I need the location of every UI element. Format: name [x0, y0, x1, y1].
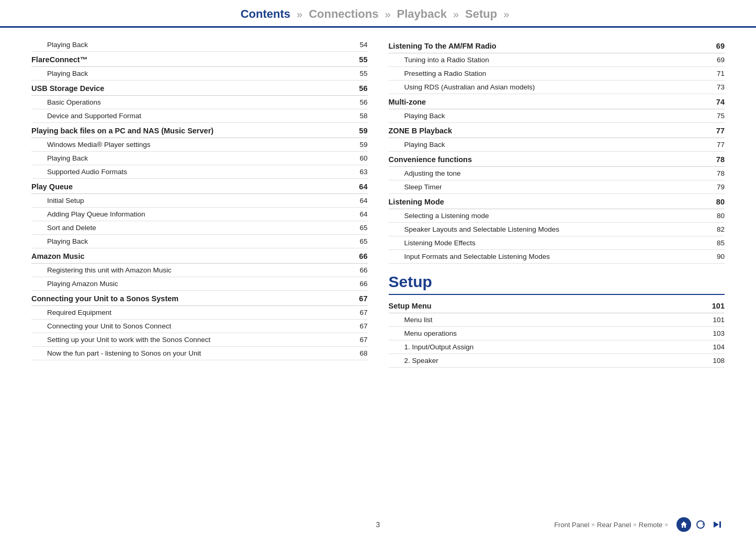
list-item[interactable]: Setting up your Unit to work with the So… — [31, 333, 368, 347]
list-item[interactable]: Device and Supported Format 58 — [31, 109, 368, 123]
list-item[interactable]: Required Equipment 67 — [31, 306, 368, 320]
nav-sep-1: » — [297, 8, 302, 20]
list-item[interactable]: Playing Amazon Music 66 — [31, 277, 368, 291]
list-item[interactable]: Speaker Layouts and Selectable Listening… — [389, 223, 725, 236]
list-item[interactable]: Playing Back 60 — [31, 152, 368, 165]
home-icon[interactable] — [676, 517, 691, 532]
list-item[interactable]: Playing Back 75 — [389, 109, 725, 123]
svg-rect-1 — [719, 521, 721, 528]
list-item[interactable]: Basic Operations 56 — [31, 96, 368, 109]
main-content: Playing Back 54 FlareConnect™ 55 Playing… — [0, 28, 756, 378]
list-item[interactable]: Supported Audio Formats 63 — [31, 165, 368, 179]
nav-sep-2: » — [385, 8, 390, 20]
list-item[interactable]: Play Queue 64 — [31, 179, 368, 194]
list-item[interactable]: Initial Setup 64 — [31, 194, 368, 208]
list-item[interactable]: Tuning into a Radio Station 69 — [389, 53, 725, 67]
list-item[interactable]: Playing Back 65 — [31, 235, 368, 248]
footer-nav-front-panel[interactable]: Front Panel — [554, 521, 589, 529]
refresh-icon[interactable] — [693, 517, 708, 532]
list-item[interactable]: ZONE B Playback 77 — [389, 123, 725, 138]
nav-setup[interactable]: Setup — [465, 7, 497, 21]
list-item[interactable]: FlareConnect™ 55 — [31, 52, 368, 67]
left-column: Playing Back 54 FlareConnect™ 55 Playing… — [31, 38, 368, 368]
nav-connections[interactable]: Connections — [309, 7, 378, 21]
list-item[interactable]: Connecting your Unit to a Sonos System 6… — [31, 291, 368, 306]
list-item[interactable]: Playing Back 77 — [389, 138, 725, 152]
list-item[interactable]: Adjusting the tone 78 — [389, 167, 725, 180]
nav-contents[interactable]: Contents — [241, 7, 290, 21]
list-item[interactable]: Playing Back 55 — [31, 67, 368, 81]
list-item[interactable]: Presetting a Radio Station 71 — [389, 67, 725, 81]
list-item[interactable]: Setup Menu 101 — [389, 298, 725, 313]
list-item[interactable]: Adding Play Queue Information 64 — [31, 208, 368, 221]
footer-icons — [676, 517, 725, 532]
right-column: Listening To the AM/FM Radio 69 Tuning i… — [389, 38, 725, 368]
list-item[interactable]: Sort and Delete 65 — [31, 221, 368, 235]
list-item[interactable]: Listening To the AM/FM Radio 69 — [389, 38, 725, 53]
setup-divider — [389, 294, 725, 295]
footer-nav-sep-2: » — [633, 521, 637, 528]
list-item[interactable]: 2. Speaker 108 — [389, 354, 725, 368]
top-navigation: Contents » Connections » Playback » Setu… — [0, 0, 756, 28]
list-item[interactable]: Convenience functions 78 — [389, 152, 725, 167]
list-item[interactable]: Listening Mode Effects 85 — [389, 236, 725, 250]
list-item[interactable]: Menu operations 103 — [389, 327, 725, 340]
footer-nav-remote[interactable]: Remote — [639, 521, 663, 529]
list-item[interactable]: Menu list 101 — [389, 313, 725, 327]
list-item[interactable]: Registering this unit with Amazon Music … — [31, 264, 368, 277]
nav-sep-3: » — [453, 8, 459, 20]
list-item[interactable]: 1. Input/Output Assign 104 — [389, 340, 725, 354]
page-number: 3 — [376, 520, 380, 529]
list-item[interactable]: Windows Media® Player settings 59 — [31, 138, 368, 152]
list-item[interactable]: Connecting your Unit to Sonos Connect 67 — [31, 320, 368, 333]
nav-playback[interactable]: Playback — [397, 7, 447, 21]
forward-icon[interactable] — [710, 517, 725, 532]
list-item[interactable]: Playing back files on a PC and NAS (Musi… — [31, 123, 368, 138]
footer-nav-sep-1: » — [591, 521, 595, 528]
list-item[interactable]: USB Storage Device 56 — [31, 81, 368, 96]
list-item[interactable]: Multi-zone 74 — [389, 94, 725, 109]
list-item[interactable]: Sleep Timer 79 — [389, 180, 725, 194]
list-item[interactable]: Selecting a Listening mode 80 — [389, 209, 725, 223]
list-item[interactable]: Input Formats and Selectable Listening M… — [389, 250, 725, 264]
footer-navigation: Front Panel » Rear Panel » Remote » — [554, 517, 725, 532]
footer-nav-rear-panel[interactable]: Rear Panel — [597, 521, 631, 529]
list-item[interactable]: Now the fun part - listening to Sonos on… — [31, 347, 368, 360]
setup-section-header[interactable]: Setup — [389, 273, 725, 291]
list-item[interactable]: Listening Mode 80 — [389, 194, 725, 209]
list-item[interactable]: Using RDS (Australian and Asian models) … — [389, 81, 725, 94]
list-item[interactable]: Playing Back 54 — [31, 38, 368, 52]
footer-nav-sep-3: » — [664, 521, 668, 528]
nav-sep-4: » — [503, 8, 509, 20]
list-item[interactable]: Amazon Music 66 — [31, 248, 368, 264]
